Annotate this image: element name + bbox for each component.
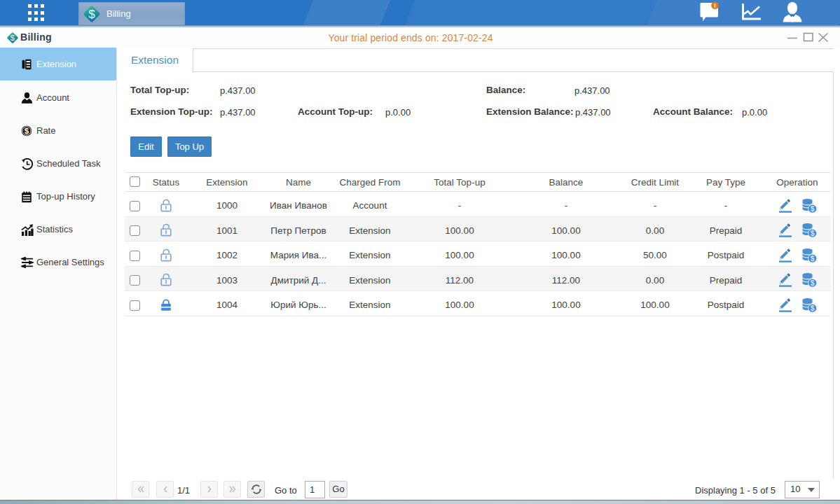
- svg-text:$: $: [811, 304, 815, 312]
- svg-text:$: $: [811, 229, 815, 237]
- svg-text:!: !: [714, 2, 716, 9]
- svg-text:$: $: [88, 8, 95, 21]
- svg-text:$: $: [811, 254, 815, 262]
- svg-text:$: $: [811, 204, 815, 213]
- svg-text:$: $: [811, 279, 815, 287]
- svg-text:$: $: [25, 127, 29, 135]
